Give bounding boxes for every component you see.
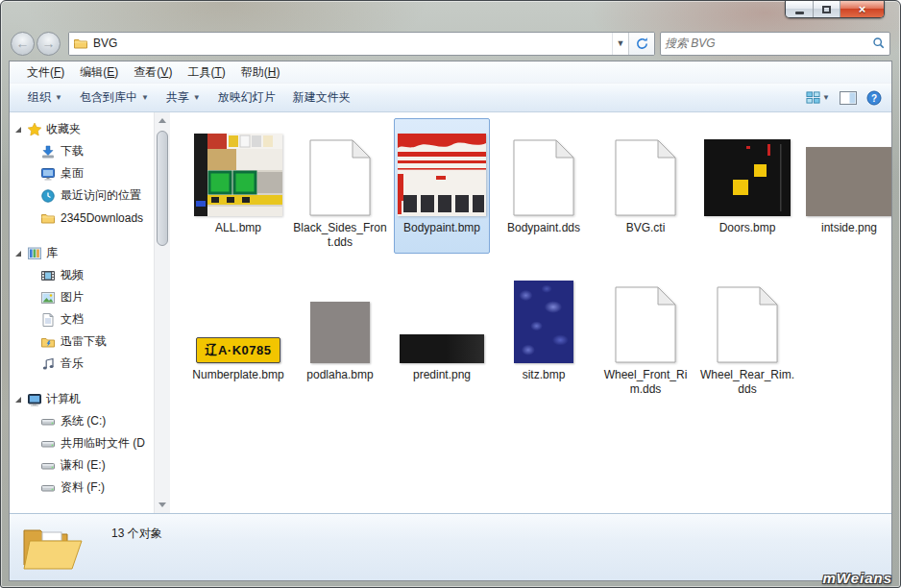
sidebar-item[interactable]: 最近访问的位置 [10, 184, 154, 207]
file-tile-black-sides-front-dds[interactable]: Black_Sides_Front.dds [292, 118, 388, 254]
toolbar-button-3[interactable]: 放映幻灯片 [209, 86, 284, 110]
file-name[interactable]: podlaha.bmp [292, 368, 388, 382]
file-name[interactable]: Wheel_Rear_Rim.dds [699, 368, 795, 397]
file-tile-intside-png[interactable]: intside.png [801, 118, 891, 254]
file-tile-wheel-front-rim-dds[interactable]: Wheel_Front_Rim.dds [597, 265, 694, 401]
file-name[interactable]: Doors.bmp [699, 221, 795, 235]
explorer-window: × ← → BVG ▼ 文件(F)编辑 [0, 0, 901, 588]
sidebar-group-label: 计算机 [46, 391, 81, 407]
sidebar-scrollbar[interactable] [154, 112, 170, 513]
chevron-down-icon: ▼ [55, 93, 62, 102]
file-tile-bvg-cti[interactable]: BVG.cti [597, 118, 694, 254]
menu-item-2[interactable]: 查看(V) [126, 64, 180, 81]
file-thumbnail[interactable] [498, 122, 590, 218]
sidebar-item[interactable]: 图片 [10, 286, 154, 308]
scrollbar-track[interactable] [155, 129, 171, 497]
file-name[interactable]: Wheel_Front_Rim.dds [597, 368, 694, 397]
sidebar-item[interactable]: 系统 (C:) [10, 410, 154, 432]
file-thumbnail[interactable] [599, 122, 692, 218]
address-bar[interactable]: BVG [69, 33, 612, 55]
file-name[interactable]: Bodypaint.dds [496, 221, 592, 235]
file-thumbnail[interactable] [294, 269, 386, 365]
texture-thumbnail [194, 134, 282, 216]
back-button[interactable]: ← [11, 32, 35, 56]
download-icon [40, 144, 56, 159]
recent-places-icon [40, 188, 56, 204]
help-button[interactable]: ? [866, 90, 882, 106]
search-box[interactable] [660, 32, 890, 56]
scroll-up-button[interactable] [155, 112, 171, 129]
toolbar-button-2[interactable]: 共享▼ [158, 86, 209, 110]
toolbar-button-1[interactable]: 包含到库中▼ [71, 86, 158, 110]
sidebar-item[interactable]: 2345Downloads [10, 207, 154, 229]
scrollbar-thumb[interactable] [157, 131, 168, 246]
expander-icon[interactable] [13, 125, 23, 135]
client-area: 文件(F)编辑(E)查看(V)工具(T)帮助(H) 组织▼包含到库中▼共享▼放映… [9, 61, 892, 581]
menu-item-3[interactable]: 工具(T) [180, 64, 232, 81]
file-tile-doors-bmp[interactable]: Doors.bmp [699, 118, 795, 254]
file-thumbnail[interactable] [396, 122, 488, 218]
file-name[interactable]: Numberplate.bmp [190, 368, 286, 382]
file-name[interactable]: ALL.bmp [190, 221, 286, 235]
search-input[interactable] [665, 37, 872, 50]
file-thumbnail[interactable] [701, 122, 793, 218]
sidebar-item[interactable]: 迅雷下载 [10, 331, 154, 353]
sidebar-item[interactable]: 桌面 [10, 162, 154, 184]
file-tile-podlaha-bmp[interactable]: podlaha.bmp [292, 265, 388, 401]
search-icon[interactable] [872, 37, 886, 50]
file-tile-numberplate-bmp[interactable]: 辽A·K0785Numberplate.bmp [190, 265, 286, 401]
sidebar-item[interactable]: 音乐 [10, 353, 154, 375]
file-name[interactable]: Black_Sides_Front.dds [292, 221, 388, 250]
menu-item-0[interactable]: 文件(F) [19, 64, 72, 81]
menu-item-4[interactable]: 帮助(H) [233, 64, 288, 81]
generic-file-icon [615, 139, 676, 216]
file-name[interactable]: sitz.bmp [496, 368, 592, 382]
expander-icon[interactable] [13, 249, 23, 258]
change-view-button[interactable]: ▼ [806, 90, 830, 105]
refresh-button[interactable] [628, 33, 654, 55]
sidebar-item-label: 系统 (C:) [61, 413, 106, 429]
file-thumbnail[interactable] [701, 269, 793, 365]
file-thumbnail[interactable] [294, 122, 386, 218]
file-thumbnail[interactable] [192, 122, 284, 218]
menu-item-1[interactable]: 编辑(E) [72, 64, 126, 81]
video-icon [40, 268, 56, 283]
title-bar[interactable]: × [9, 1, 892, 26]
sidebar-group-header-computer[interactable]: 计算机 [10, 388, 154, 410]
file-name[interactable]: BVG.cti [597, 221, 694, 235]
sidebar-item[interactable]: 资料 (F:) [10, 477, 154, 499]
file-thumbnail[interactable] [599, 269, 692, 365]
toolbar-button-0[interactable]: 组织▼ [19, 86, 71, 110]
expander-icon[interactable] [13, 395, 23, 404]
texture-thumbnail [400, 334, 484, 363]
file-thumbnail[interactable] [803, 122, 891, 218]
file-thumbnail[interactable] [498, 269, 590, 365]
file-name[interactable]: Bodypaint.bmp [394, 221, 490, 235]
sidebar-item[interactable]: 下载 [10, 140, 154, 162]
file-tile-bodypaint-bmp[interactable]: Bodypaint.bmp [394, 118, 490, 254]
file-tile-predint-png[interactable]: predint.png [394, 265, 490, 401]
sidebar-item[interactable]: 文档 [10, 308, 154, 331]
file-name[interactable]: intside.png [801, 221, 891, 235]
sidebar-group-header-favorites[interactable]: 收藏夹 [10, 118, 154, 140]
sidebar-item[interactable]: 共用临时文件 (D [10, 432, 154, 454]
file-tile-sitz-bmp[interactable]: sitz.bmp [496, 265, 592, 401]
file-name[interactable]: predint.png [394, 368, 490, 382]
scroll-down-button[interactable] [155, 497, 171, 513]
address-dropdown-button[interactable]: ▼ [612, 33, 628, 55]
help-icon: ? [866, 90, 882, 106]
file-thumbnail[interactable] [396, 269, 488, 365]
close-button[interactable]: × [840, 1, 884, 17]
toolbar-button-4[interactable]: 新建文件夹 [284, 86, 359, 110]
sidebar-item[interactable]: 谦和 (E:) [10, 454, 154, 477]
file-tile-all-bmp[interactable]: ALL.bmp [190, 118, 286, 254]
file-tile-wheel-rear-rim-dds[interactable]: Wheel_Rear_Rim.dds [699, 265, 795, 401]
preview-pane-button[interactable] [840, 91, 857, 105]
file-tile-bodypaint-dds[interactable]: Bodypaint.dds [496, 118, 592, 254]
sidebar-item[interactable]: 视频 [10, 264, 154, 286]
sidebar-group-header-libraries[interactable]: 库 [10, 242, 154, 264]
minimize-button[interactable] [786, 1, 814, 17]
file-thumbnail[interactable]: 辽A·K0785 [192, 269, 284, 365]
maximize-button[interactable] [814, 1, 840, 17]
forward-button[interactable]: → [37, 32, 61, 56]
